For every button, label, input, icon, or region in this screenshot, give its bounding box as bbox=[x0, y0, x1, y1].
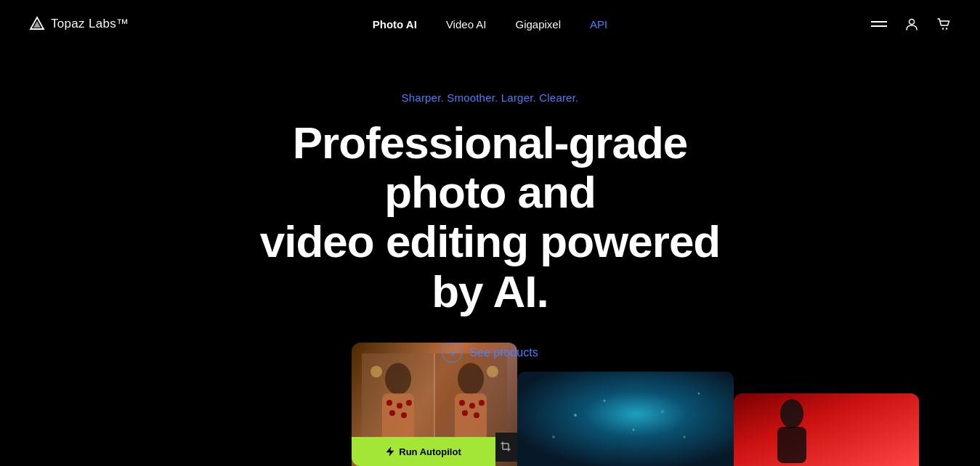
nav-link-gigapixel[interactable]: Gigapixel bbox=[515, 18, 561, 30]
nav-right bbox=[871, 17, 951, 31]
nav-link-video-ai[interactable]: Video AI bbox=[446, 18, 487, 30]
topaz-logo-icon bbox=[29, 16, 45, 32]
svg-point-12 bbox=[389, 410, 395, 416]
svg-point-4 bbox=[946, 28, 947, 29]
see-products-button[interactable]: See products bbox=[442, 343, 538, 363]
svg-point-13 bbox=[401, 412, 407, 418]
logo-text: Topaz Labs™ bbox=[51, 17, 129, 31]
hero-title-line1: Professional-grade photo and bbox=[293, 118, 688, 217]
svg-point-31 bbox=[684, 436, 686, 438]
svg-point-27 bbox=[661, 410, 665, 414]
nav-link-api[interactable]: API bbox=[590, 18, 607, 30]
svg-point-30 bbox=[552, 436, 555, 438]
svg-point-20 bbox=[474, 412, 479, 418]
user-account-button[interactable] bbox=[904, 17, 919, 31]
menu-hamburger-button[interactable] bbox=[871, 21, 887, 27]
svg-point-19 bbox=[462, 410, 468, 416]
cart-icon bbox=[936, 17, 951, 31]
see-products-label: See products bbox=[469, 346, 538, 359]
lightning-icon bbox=[386, 446, 394, 457]
run-autopilot-label: Run Autopilot bbox=[399, 446, 461, 457]
nav-links: Photo AI Video AI Gigapixel API bbox=[373, 18, 607, 30]
user-icon bbox=[904, 17, 919, 31]
svg-point-29 bbox=[633, 429, 635, 431]
svg-point-2 bbox=[910, 20, 915, 25]
crop-icon bbox=[501, 441, 512, 453]
svg-point-25 bbox=[574, 414, 577, 417]
run-autopilot-bar[interactable]: Run Autopilot bbox=[352, 437, 495, 466]
nav-link-photo-ai[interactable]: Photo AI bbox=[373, 18, 417, 30]
hero-title-line2: video editing powered by AI. bbox=[260, 216, 721, 316]
cart-button[interactable] bbox=[936, 17, 951, 31]
navbar: Topaz Labs™ Photo AI Video AI Gigapixel … bbox=[0, 0, 980, 48]
hero-tagline: Sharper. Smoother. Larger. Clearer. bbox=[402, 91, 579, 104]
svg-point-3 bbox=[942, 28, 944, 29]
logo[interactable]: Topaz Labs™ bbox=[29, 16, 129, 32]
hero-section: Sharper. Smoother. Larger. Clearer. Prof… bbox=[0, 48, 980, 406]
hamburger-icon bbox=[871, 21, 887, 27]
svg-rect-34 bbox=[777, 427, 806, 463]
hero-title: Professional-grade photo and video editi… bbox=[236, 118, 745, 316]
crop-tool-button[interactable] bbox=[495, 433, 517, 462]
circle-arrow-icon bbox=[442, 343, 462, 363]
